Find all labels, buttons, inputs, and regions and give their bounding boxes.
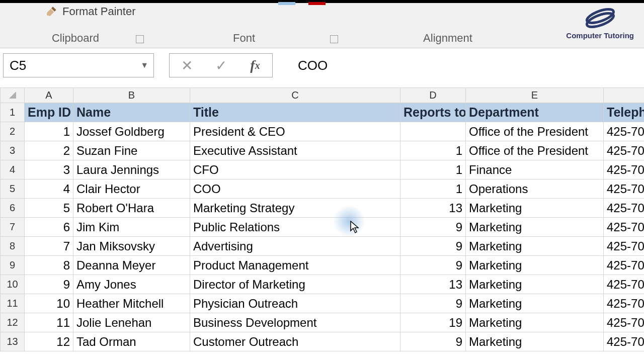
- name-box[interactable]: C5 ▼: [3, 53, 154, 77]
- cell-C13[interactable]: Customer Outreach: [190, 332, 400, 351]
- fill-color-swatch[interactable]: [278, 2, 295, 5]
- row-12-header[interactable]: 12: [1, 313, 25, 332]
- cell-D1[interactable]: Reports to: [400, 103, 466, 122]
- cell-B1[interactable]: Name: [73, 103, 190, 122]
- cell-B8[interactable]: Jan Miksovsky: [73, 237, 190, 256]
- cell-B12[interactable]: Jolie Lenehan: [73, 313, 190, 332]
- cell-D11[interactable]: 9: [400, 294, 466, 313]
- cell-A7[interactable]: 6: [25, 218, 73, 237]
- row-8-header[interactable]: 8: [1, 237, 25, 256]
- cell-B3[interactable]: Suzan Fine: [73, 141, 190, 160]
- cell-D4[interactable]: 1: [400, 160, 466, 179]
- cell-D10[interactable]: 13: [400, 275, 466, 294]
- col-A-header[interactable]: A: [25, 88, 73, 103]
- row-3-header[interactable]: 3: [1, 141, 25, 160]
- cell-C1[interactable]: Title: [190, 103, 400, 122]
- col-E-header[interactable]: E: [466, 88, 604, 103]
- worksheet-grid[interactable]: A B C D E 1Emp IDNameTitleReports toDepa…: [0, 87, 644, 351]
- row-10-header[interactable]: 10: [1, 275, 25, 294]
- clipboard-dialog-launcher-icon[interactable]: [136, 35, 144, 43]
- row-9-header[interactable]: 9: [1, 256, 25, 275]
- cell-A13[interactable]: 12: [25, 332, 73, 351]
- cell-C7[interactable]: Public Relations: [190, 218, 400, 237]
- cell-C3[interactable]: Executive Assistant: [190, 141, 400, 160]
- cell-D3[interactable]: 1: [400, 141, 466, 160]
- table-row[interactable]: 1110Heather MitchellPhysician Outreach9M…: [1, 294, 645, 313]
- cell-D13[interactable]: 9: [400, 332, 466, 351]
- cell-D7[interactable]: 9: [400, 218, 466, 237]
- table-row[interactable]: 32Suzan FineExecutive Assistant1Office o…: [1, 141, 645, 160]
- table-row[interactable]: 98Deanna MeyerProduct Management9Marketi…: [1, 256, 645, 275]
- column-header-row[interactable]: A B C D E: [1, 88, 645, 103]
- col-C-header[interactable]: C: [190, 88, 400, 103]
- cell-A4[interactable]: 3: [25, 160, 73, 179]
- cell-A11[interactable]: 10: [25, 294, 73, 313]
- cell-E6[interactable]: Marketing: [466, 199, 604, 218]
- cell-A8[interactable]: 7: [25, 237, 73, 256]
- cell-A10[interactable]: 9: [25, 275, 73, 294]
- cell-F5[interactable]: 425-70: [604, 179, 645, 199]
- cell-C11[interactable]: Physician Outreach: [190, 294, 400, 313]
- cell-B5[interactable]: Clair Hector: [73, 179, 190, 199]
- table-row[interactable]: 87Jan MiksovskyAdvertising9Marketing425-…: [1, 237, 645, 256]
- cell-D6[interactable]: 13: [400, 199, 466, 218]
- table-row[interactable]: 76Jim KimPublic Relations9Marketing425-7…: [1, 218, 645, 237]
- cell-E11[interactable]: Marketing: [466, 294, 604, 313]
- cell-C8[interactable]: Advertising: [190, 237, 400, 256]
- cell-B6[interactable]: Robert O'Hara: [73, 199, 190, 218]
- cell-E4[interactable]: Finance: [466, 160, 604, 179]
- enter-formula-button[interactable]: ✓: [204, 57, 238, 74]
- cell-F10[interactable]: 425-70: [604, 275, 645, 294]
- cell-F11[interactable]: 425-70: [604, 294, 645, 313]
- row-4-header[interactable]: 4: [1, 160, 25, 179]
- cell-B13[interactable]: Tad Orman: [73, 332, 190, 351]
- cell-B2[interactable]: Jossef Goldberg: [73, 122, 190, 141]
- col-D-header[interactable]: D: [400, 88, 466, 103]
- table-row[interactable]: 1312Tad OrmanCustomer Outreach9Marketing…: [1, 332, 645, 351]
- cell-B4[interactable]: Laura Jennings: [73, 160, 190, 179]
- table-row[interactable]: 1211Jolie LenehanBusiness Development19M…: [1, 313, 645, 332]
- row-1-header[interactable]: 1: [1, 103, 25, 122]
- col-F-header[interactable]: [604, 88, 645, 103]
- cancel-formula-button[interactable]: ✕: [170, 57, 204, 74]
- table-row[interactable]: 109Amy JonesDirector of Marketing13Marke…: [1, 275, 645, 294]
- cell-E13[interactable]: Marketing: [466, 332, 604, 351]
- cell-A2[interactable]: 1: [25, 122, 73, 141]
- row-11-header[interactable]: 11: [1, 294, 25, 313]
- cell-D9[interactable]: 9: [400, 256, 466, 275]
- row-2-header[interactable]: 2: [1, 122, 25, 141]
- cell-A12[interactable]: 11: [25, 313, 73, 332]
- table-header-row[interactable]: 1Emp IDNameTitleReports toDepartmentTele…: [1, 103, 645, 122]
- table-row[interactable]: 54Clair HectorCOO1Operations425-70: [1, 179, 645, 199]
- cell-A9[interactable]: 8: [25, 256, 73, 275]
- cell-E9[interactable]: Marketing: [466, 256, 604, 275]
- formula-bar-input[interactable]: COO: [288, 53, 641, 77]
- cell-B10[interactable]: Amy Jones: [73, 275, 190, 294]
- row-13-header[interactable]: 13: [1, 332, 25, 351]
- col-B-header[interactable]: B: [73, 88, 190, 103]
- cell-F7[interactable]: 425-70: [604, 218, 645, 237]
- cell-D2[interactable]: [400, 122, 466, 141]
- format-painter-button[interactable]: Format Painter: [45, 5, 136, 18]
- cell-E12[interactable]: Marketing: [466, 313, 604, 332]
- cell-A5[interactable]: 4: [25, 179, 73, 199]
- cell-B9[interactable]: Deanna Meyer: [73, 256, 190, 275]
- cell-C2[interactable]: President & CEO: [190, 122, 400, 141]
- row-6-header[interactable]: 6: [1, 199, 25, 218]
- select-all-triangle[interactable]: [1, 88, 25, 103]
- insert-function-button[interactable]: fx: [238, 57, 272, 73]
- row-5-header[interactable]: 5: [1, 179, 25, 199]
- cell-F13[interactable]: 425-70: [604, 332, 645, 351]
- row-7-header[interactable]: 7: [1, 218, 25, 237]
- cell-A3[interactable]: 2: [25, 141, 73, 160]
- cell-F3[interactable]: 425-70: [604, 141, 645, 160]
- font-color-swatch[interactable]: [308, 2, 326, 5]
- cell-C6[interactable]: Marketing Strategy: [190, 199, 400, 218]
- cell-C12[interactable]: Business Development: [190, 313, 400, 332]
- cell-B11[interactable]: Heather Mitchell: [73, 294, 190, 313]
- cell-F8[interactable]: 425-70: [604, 237, 645, 256]
- cell-A1[interactable]: Emp ID: [25, 103, 73, 122]
- cell-C4[interactable]: CFO: [190, 160, 400, 179]
- cell-F1[interactable]: Teleph: [604, 103, 645, 122]
- cell-E2[interactable]: Office of the President: [466, 122, 604, 141]
